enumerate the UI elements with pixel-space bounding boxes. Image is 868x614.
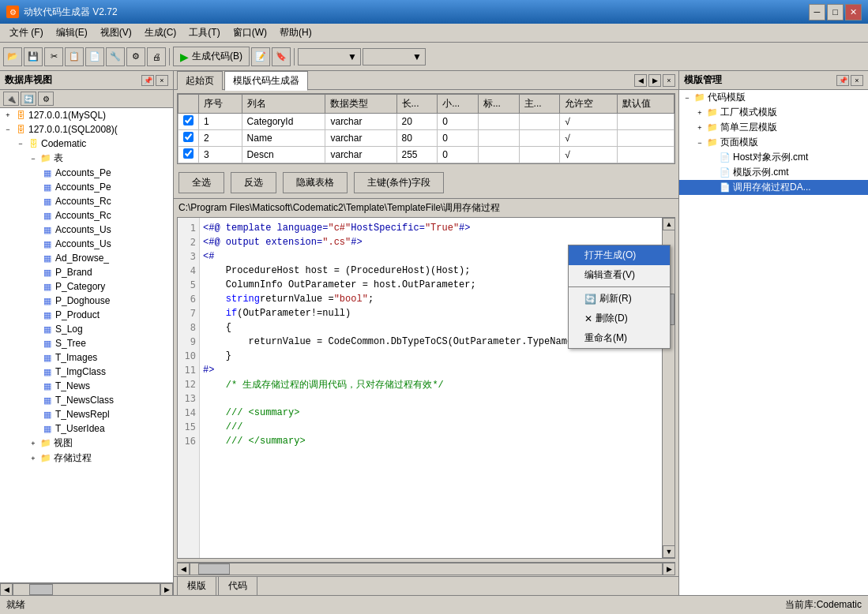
list-item[interactable]: ▦T_News bbox=[0, 379, 173, 393]
toggle-factory[interactable]: + bbox=[693, 107, 706, 119]
db-tool-refresh[interactable]: 🔄 bbox=[21, 92, 36, 106]
tab-start[interactable]: 起始页 bbox=[177, 71, 223, 90]
menu-edit[interactable]: 编辑(E) bbox=[50, 24, 94, 41]
row2-checkbox[interactable] bbox=[183, 132, 194, 142]
list-item[interactable]: ▦Accounts_Us bbox=[0, 237, 173, 251]
dropdown-1[interactable]: ▼ bbox=[298, 48, 361, 66]
tab-nav-right[interactable]: ▶ bbox=[648, 74, 661, 87]
toggle-codematic[interactable]: − bbox=[14, 137, 27, 150]
row3-checkbox[interactable] bbox=[183, 148, 194, 159]
tree-simple-template[interactable]: + 📁 简单三层模版 bbox=[679, 120, 868, 135]
toggle-code-templates[interactable]: − bbox=[681, 92, 693, 104]
tree-server-mysql[interactable]: + 🗄 127.0.0.1(MySQL) bbox=[0, 108, 173, 122]
row2-check[interactable] bbox=[178, 130, 199, 147]
code-h-left[interactable]: ◀ bbox=[177, 563, 190, 575]
right-panel-pin[interactable]: 📌 bbox=[836, 75, 849, 86]
toolbar-btn-6[interactable]: 🔧 bbox=[106, 47, 125, 66]
list-item[interactable]: ▦Accounts_Rc bbox=[0, 208, 173, 223]
h-scroll-track[interactable] bbox=[13, 583, 160, 596]
h-scroll-left[interactable]: ◀ bbox=[0, 583, 13, 596]
context-menu-item-open[interactable]: 打开生成(O) bbox=[569, 245, 670, 265]
tree-template-example[interactable]: · 📄 模版示例.cmt bbox=[679, 165, 868, 180]
toggle-sql2008[interactable]: − bbox=[2, 123, 14, 136]
tree-folder-sprocs[interactable]: + 📁 存储过程 bbox=[0, 451, 173, 466]
panel-pin-btn[interactable]: 📌 bbox=[141, 75, 154, 86]
h-scroll-right[interactable]: ▶ bbox=[160, 583, 173, 596]
list-item[interactable]: ▦T_UserIdea bbox=[0, 421, 173, 436]
tree-server-sql2008[interactable]: − 🗄 127.0.0.1(SQL2008)( bbox=[0, 122, 173, 137]
tab-nav-left[interactable]: ◀ bbox=[634, 74, 647, 87]
table-row-tree[interactable]: ▦S_Tree bbox=[0, 336, 173, 350]
toggle-tables[interactable]: − bbox=[27, 152, 39, 165]
toolbar-btn-2[interactable]: 💾 bbox=[24, 47, 43, 66]
toolbar-btn-10[interactable]: 🔖 bbox=[272, 47, 291, 66]
db-h-scrollbar[interactable]: ◀ ▶ bbox=[0, 582, 173, 595]
restore-button[interactable]: □ bbox=[827, 4, 844, 21]
hide-table-button[interactable]: 隐藏表格 bbox=[283, 172, 348, 193]
v-scroll-up[interactable]: ▲ bbox=[663, 218, 675, 230]
context-menu-item-edit[interactable]: 编辑查看(V) bbox=[569, 265, 670, 285]
row1-check[interactable] bbox=[178, 114, 199, 130]
db-tool-connect[interactable]: 🔌 bbox=[3, 92, 19, 106]
list-item[interactable]: ▦T_ImgClass bbox=[0, 365, 173, 379]
tab-code[interactable]: 代码 bbox=[218, 576, 257, 595]
toolbar-btn-9[interactable]: 📝 bbox=[251, 47, 270, 66]
menu-generate[interactable]: 生成(C) bbox=[138, 24, 183, 41]
context-menu-item-rename[interactable]: 重命名(M) bbox=[569, 328, 670, 348]
menu-view[interactable]: 视图(V) bbox=[94, 24, 138, 41]
list-item[interactable]: ▦Ad_Browse_ bbox=[0, 251, 173, 265]
list-item[interactable]: ▦Accounts_Rc bbox=[0, 194, 173, 208]
tree-page-template[interactable]: − 📁 页面模版 bbox=[679, 135, 868, 150]
toolbar-btn-3[interactable]: ✂ bbox=[44, 47, 63, 66]
row1-checkbox[interactable] bbox=[183, 115, 194, 125]
tree-db-codematic[interactable]: − 🗄 Codematic bbox=[0, 137, 173, 151]
select-all-button[interactable]: 全选 bbox=[178, 172, 224, 193]
db-tool-settings[interactable]: ⚙ bbox=[38, 92, 54, 106]
menu-tools[interactable]: 工具(T) bbox=[182, 24, 226, 41]
template-tree[interactable]: − 📁 代码模版 + 📁 工厂模式模版 + 📁 简单三层模版 − 📁 页面模版 bbox=[679, 90, 868, 595]
list-item[interactable]: ▦Accounts_Pe bbox=[0, 166, 173, 180]
context-menu-item-refresh[interactable]: 🔄 刷新(R) bbox=[569, 289, 670, 309]
tree-sproc-da[interactable]: · 📄 调用存储过程DA... bbox=[679, 180, 868, 195]
list-item[interactable]: ▦Accounts_Pe bbox=[0, 180, 173, 194]
close-button[interactable]: ✕ bbox=[845, 4, 862, 21]
primary-key-button[interactable]: 主键(条件)字段 bbox=[354, 172, 444, 193]
invert-select-button[interactable]: 反选 bbox=[231, 172, 276, 193]
list-item[interactable]: ▦P_Doghouse bbox=[0, 294, 173, 308]
row3-check[interactable] bbox=[178, 147, 199, 163]
db-tree[interactable]: + 🗄 127.0.0.1(MySQL) − 🗄 127.0.0.1(SQL20… bbox=[0, 108, 173, 582]
table-row-product[interactable]: ▦P_Product bbox=[0, 308, 173, 322]
table-row-brand[interactable]: ▦P_Brand bbox=[0, 265, 173, 279]
tree-host-example[interactable]: · 📄 Host对象示例.cmt bbox=[679, 150, 868, 165]
minimize-button[interactable]: ─ bbox=[809, 4, 825, 21]
toggle-page[interactable]: − bbox=[693, 137, 706, 149]
toolbar-btn-4[interactable]: 📋 bbox=[65, 47, 84, 66]
list-item[interactable]: ▦T_NewsClass bbox=[0, 393, 173, 407]
code-h-right[interactable]: ▶ bbox=[663, 563, 675, 575]
toolbar-btn-7[interactable]: ⚙ bbox=[126, 47, 145, 66]
h-scroll-thumb[interactable] bbox=[29, 584, 53, 595]
toggle-sprocs[interactable]: + bbox=[27, 452, 39, 465]
toolbar-btn-5[interactable]: 📄 bbox=[85, 47, 104, 66]
tab-template[interactable]: 模版 bbox=[177, 576, 216, 595]
code-h-track[interactable] bbox=[190, 563, 663, 575]
menu-window[interactable]: 窗口(W) bbox=[227, 24, 273, 41]
list-item[interactable]: ▦P_Category bbox=[0, 279, 173, 294]
generate-code-button[interactable]: ▶ 生成代码(B) bbox=[173, 47, 250, 66]
code-h-thumb[interactable] bbox=[198, 563, 230, 575]
toolbar-btn-1[interactable]: 📂 bbox=[3, 47, 22, 66]
menu-file[interactable]: 文件 (F) bbox=[3, 24, 50, 41]
tree-folder-tables[interactable]: − 📁 表 bbox=[0, 151, 173, 166]
list-item[interactable]: ▦Accounts_Us bbox=[0, 223, 173, 237]
list-item[interactable]: ▦T_Images bbox=[0, 350, 173, 365]
v-scroll-down[interactable]: ▼ bbox=[663, 545, 675, 558]
menu-help[interactable]: 帮助(H) bbox=[273, 24, 318, 41]
tree-factory-template[interactable]: + 📁 工厂模式模版 bbox=[679, 105, 868, 120]
list-item[interactable]: ▦S_Log bbox=[0, 322, 173, 336]
dropdown-2[interactable]: ▼ bbox=[363, 48, 426, 66]
toggle-mysql[interactable]: + bbox=[2, 109, 14, 122]
list-item[interactable]: ▦T_NewsRepl bbox=[0, 407, 173, 421]
right-panel-close[interactable]: × bbox=[851, 75, 863, 86]
panel-close-btn[interactable]: × bbox=[156, 75, 168, 86]
toggle-views[interactable]: + bbox=[27, 437, 39, 450]
